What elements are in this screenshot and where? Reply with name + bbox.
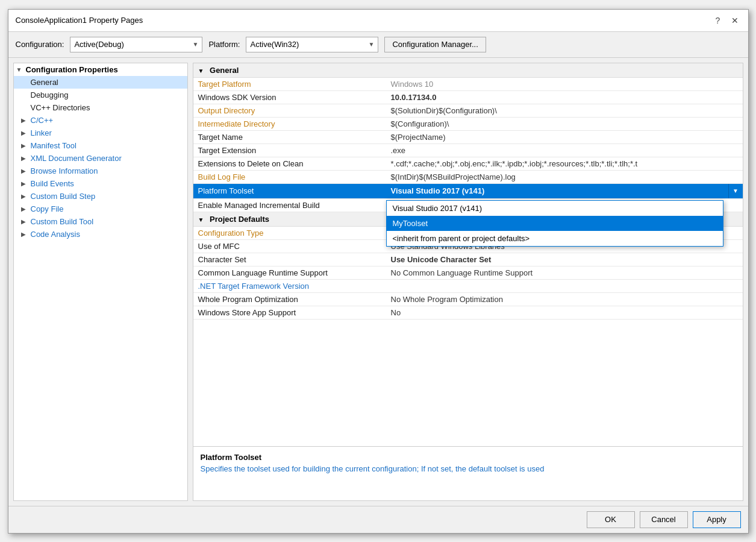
platform-toolset-value-container: Visual Studio 2017 (v141) ▼ [386, 184, 743, 198]
copy-file-expand-icon: ▶ [21, 206, 28, 212]
table-row[interactable]: Extensions to Delete on Clean *.cdf;*.ca… [193, 157, 743, 170]
apply-button[interactable]: Apply [693, 511, 741, 528]
browse-info-label: Browse Information [31, 166, 98, 175]
prop-value-windows-store: No [386, 306, 743, 319]
sidebar-item-xml-doc-gen[interactable]: ▶ XML Document Generator [14, 152, 187, 165]
project-defaults-expand-icon: ▼ [198, 216, 204, 223]
xml-doc-expand-icon: ▶ [21, 155, 28, 162]
tree-panel: ▼ Configuration Properties General Debug… [13, 63, 188, 501]
table-row[interactable]: Intermediate Directory $(Configuration)\ [193, 117, 743, 130]
sidebar-item-code-analysis[interactable]: ▶ Code Analysis [14, 228, 187, 241]
tree-root-label: Configuration Properties [26, 65, 118, 74]
build-events-expand-icon: ▶ [21, 180, 28, 187]
prop-value-windows-sdk: 10.0.17134.0 [386, 90, 743, 104]
sidebar-item-manifest-tool[interactable]: ▶ Manifest Tool [14, 139, 187, 152]
prop-value-target-name: $(ProjectName) [386, 130, 743, 143]
sidebar-item-custom-build-step[interactable]: ▶ Custom Build Step [14, 190, 187, 203]
prop-label-windows-sdk: Windows SDK Version [193, 90, 386, 104]
table-row[interactable]: Common Language Runtime Support No Commo… [193, 266, 743, 279]
properties-table: ▼ General Target Platform Windows 10 Win… [193, 63, 743, 446]
prop-label-net-framework: .NET Target Framework Version [193, 279, 386, 292]
table-row[interactable]: Platform Toolset Visual Studio 2017 (v14… [193, 183, 743, 198]
manifest-tool-label: Manifest Tool [31, 141, 77, 150]
table-row[interactable]: Character Set Use Unicode Character Set [193, 253, 743, 266]
platform-toolset-value-cell: Visual Studio 2017 (v141) ▼ Visual Studi… [386, 183, 743, 198]
title-bar-buttons: ? ✕ [712, 14, 741, 27]
config-dropdown-arrow-icon: ▼ [193, 41, 199, 48]
general-section-header: ▼ General [193, 63, 743, 78]
platform-toolset-value: Visual Studio 2017 (v141) [386, 184, 728, 197]
prop-label-config-type: Configuration Type [193, 226, 386, 239]
sidebar-item-copy-file[interactable]: ▶ Copy File [14, 203, 187, 215]
sidebar-item-linker[interactable]: ▶ Linker [14, 127, 187, 139]
close-button[interactable]: ✕ [729, 14, 741, 27]
general-label: General [31, 78, 58, 87]
tree-root-config-properties[interactable]: ▼ Configuration Properties [14, 63, 187, 76]
prop-value-net-framework [386, 279, 743, 292]
prop-value-extensions-delete: *.cdf;*.cache;*.obj;*.obj.enc;*.ilk;*.ip… [386, 157, 743, 170]
prop-value-clr-support: No Common Language Runtime Support [386, 266, 743, 279]
platform-toolset-dropdown-btn[interactable]: ▼ [728, 184, 743, 198]
bottom-bar: OK Cancel Apply [8, 506, 748, 533]
config-bar: Configuration: Active(Debug) ▼ Platform:… [8, 32, 748, 58]
xml-doc-label: XML Document Generator [31, 154, 122, 163]
help-button[interactable]: ? [712, 14, 724, 27]
linker-label: Linker [31, 128, 52, 137]
config-value: Active(Debug) [74, 40, 123, 49]
prop-label-target-platform: Target Platform [193, 77, 386, 90]
platform-dropdown[interactable]: Active(Win32) ▼ [246, 37, 378, 52]
prop-value-intermediate-dir: $(Configuration)\ [386, 117, 743, 130]
sidebar-item-browse-info[interactable]: ▶ Browse Information [14, 165, 187, 177]
prop-label-windows-store: Windows Store App Support [193, 306, 386, 319]
platform-label: Platform: [208, 40, 240, 49]
sidebar-item-custom-build-tool[interactable]: ▶ Custom Build Tool [14, 215, 187, 228]
code-analysis-expand-icon: ▶ [21, 231, 28, 238]
prop-label-use-mfc: Use of MFC [193, 239, 386, 253]
general-expand-icon: ▼ [198, 68, 204, 74]
table-row[interactable]: Target Platform Windows 10 [193, 77, 743, 90]
prop-value-character-set: Use Unicode Character Set [386, 253, 743, 266]
configuration-manager-button[interactable]: Configuration Manager... [384, 37, 486, 52]
ok-button[interactable]: OK [587, 511, 635, 528]
build-events-label: Build Events [31, 179, 74, 188]
copy-file-label: Copy File [31, 204, 64, 213]
table-row[interactable]: Windows Store App Support No [193, 306, 743, 319]
custom-build-tool-expand-icon: ▶ [21, 218, 28, 225]
table-row[interactable]: Windows SDK Version 10.0.17134.0 [193, 90, 743, 104]
custom-build-tool-label: Custom Build Tool [31, 217, 94, 226]
description-text: Specifies the toolset used for building … [201, 464, 736, 473]
prop-label-enable-managed: Enable Managed Incremental Build [193, 198, 386, 212]
platform-value: Active(Win32) [250, 40, 299, 49]
table-row[interactable]: Build Log File $(IntDir)$(MSBuildProject… [193, 170, 743, 183]
table-row[interactable]: Target Extension .exe [193, 143, 743, 157]
linker-expand-icon: ▶ [21, 130, 28, 136]
prop-value-target-platform: Windows 10 [386, 77, 743, 90]
table-row[interactable]: Target Name $(ProjectName) [193, 130, 743, 143]
sidebar-item-build-events[interactable]: ▶ Build Events [14, 177, 187, 190]
debugging-label: Debugging [31, 90, 69, 99]
sidebar-item-debugging[interactable]: Debugging [14, 89, 187, 101]
table-row[interactable]: .NET Target Framework Version [193, 279, 743, 292]
sidebar-item-cpp[interactable]: ▶ C/C++ [14, 114, 187, 127]
prop-label-extensions-delete: Extensions to Delete on Clean [193, 157, 386, 170]
code-analysis-label: Code Analysis [31, 230, 80, 239]
dropdown-item-inherit[interactable]: <inherit from parent or project defaults… [387, 231, 723, 246]
cancel-button[interactable]: Cancel [640, 511, 688, 528]
prop-label-intermediate-dir: Intermediate Directory [193, 117, 386, 130]
prop-label-platform-toolset: Platform Toolset [193, 183, 386, 198]
table-row[interactable]: Whole Program Optimization No Whole Prog… [193, 292, 743, 306]
dropdown-item-vs2017[interactable]: Visual Studio 2017 (v141) [387, 201, 723, 216]
configuration-dropdown[interactable]: Active(Debug) ▼ [70, 37, 202, 52]
prop-value-target-extension: .exe [386, 143, 743, 157]
dropdown-item-mytoolset[interactable]: MyToolset [387, 216, 723, 231]
sidebar-item-general[interactable]: General [14, 76, 187, 89]
vc-directories-label: VC++ Directories [31, 103, 90, 112]
table-row[interactable]: Output Directory $(SolutionDir)$(Configu… [193, 104, 743, 117]
prop-value-build-log: $(IntDir)$(MSBuildProjectName).log [386, 170, 743, 183]
expand-icon: ▼ [16, 66, 23, 73]
properties-panel: ▼ General Target Platform Windows 10 Win… [193, 63, 743, 501]
sidebar-item-vc-directories[interactable]: VC++ Directories [14, 101, 187, 114]
project-defaults-label: Project Defaults [210, 215, 269, 224]
cpp-label: C/C++ [31, 116, 54, 125]
prop-label-target-name: Target Name [193, 130, 386, 143]
